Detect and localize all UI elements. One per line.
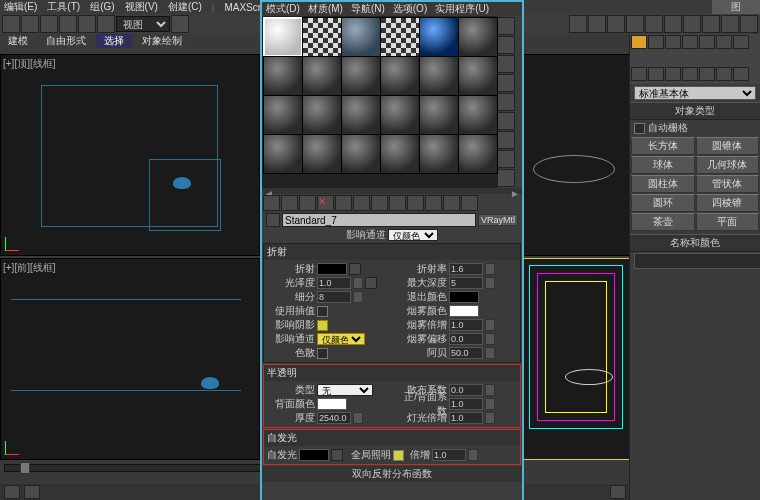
create-tab-icon[interactable] xyxy=(631,35,647,49)
viewport-top[interactable]: [+][顶][线框] xyxy=(0,54,260,256)
backlight-icon[interactable] xyxy=(497,36,515,54)
teapot-front[interactable] xyxy=(201,377,219,389)
material-slot[interactable] xyxy=(302,95,342,135)
scatter-spinner[interactable]: 0.0 xyxy=(449,384,483,396)
material-type-button[interactable]: VRayMtl xyxy=(478,214,518,226)
put-to-lib-icon[interactable] xyxy=(371,195,388,211)
get-material-icon[interactable] xyxy=(263,195,280,211)
material-slot[interactable] xyxy=(419,134,459,174)
rollout-refraction-header[interactable]: 折射 xyxy=(264,244,520,260)
me-menu-mode[interactable]: 模式(D) xyxy=(266,2,300,16)
fb-spinner[interactable]: 1.0 xyxy=(449,398,483,410)
prim-geosphere[interactable]: 几何球体 xyxy=(696,156,760,174)
spinner-buttons[interactable] xyxy=(353,412,363,424)
affect-channel-dropdown[interactable]: 仅颜色 xyxy=(317,333,365,345)
material-slot[interactable] xyxy=(341,95,381,135)
material-name-input[interactable] xyxy=(282,213,476,227)
utilities-tab-icon[interactable] xyxy=(716,35,732,49)
put-to-scene-icon[interactable] xyxy=(281,195,298,211)
spinner-buttons[interactable] xyxy=(353,277,363,289)
spinner-buttons[interactable] xyxy=(485,398,495,410)
scale-icon[interactable] xyxy=(97,15,115,33)
thickness-spinner[interactable]: 2540.0 xyxy=(317,412,351,424)
material-slot[interactable] xyxy=(302,56,342,96)
glossiness-map-button[interactable] xyxy=(365,277,377,289)
me-menu-material[interactable]: 材质(M) xyxy=(308,2,343,16)
mirror-icon[interactable] xyxy=(626,15,644,33)
background-icon[interactable] xyxy=(497,55,515,73)
systems-icon[interactable] xyxy=(733,67,749,81)
prim-tube[interactable]: 管状体 xyxy=(696,175,760,193)
uv-tile-icon[interactable] xyxy=(497,74,515,92)
tab-objectpaint[interactable]: 对象绘制 xyxy=(134,34,190,48)
assign-icon[interactable] xyxy=(299,195,316,211)
object-name-input[interactable] xyxy=(634,253,760,269)
lights-icon[interactable] xyxy=(665,67,681,81)
selfillum-mult-spinner[interactable]: 1.0 xyxy=(432,449,466,461)
spinner-buttons[interactable] xyxy=(485,384,495,396)
gi-checkbox[interactable] xyxy=(393,450,404,461)
material-slot[interactable] xyxy=(341,56,381,96)
prim-sphere[interactable]: 球体 xyxy=(631,156,695,174)
tab-selection[interactable]: 选择 xyxy=(96,34,132,48)
menu-tools[interactable]: 工具(T) xyxy=(47,0,80,14)
spinner-buttons[interactable] xyxy=(485,347,495,359)
helpers-icon[interactable] xyxy=(699,67,715,81)
refraction-swatch[interactable] xyxy=(317,263,347,275)
preview-icon[interactable] xyxy=(497,112,515,130)
sample-type-icon[interactable] xyxy=(497,17,515,35)
mat-id-icon[interactable] xyxy=(389,195,406,211)
show-map-icon[interactable] xyxy=(407,195,424,211)
prim-box[interactable]: 长方体 xyxy=(631,137,695,155)
category-dropdown[interactable]: 标准基本体 xyxy=(634,86,756,100)
menu-create[interactable]: 创建(C) xyxy=(168,0,202,14)
geometry-icon[interactable] xyxy=(631,67,647,81)
material-slot[interactable] xyxy=(302,134,342,174)
angle-snap-icon[interactable] xyxy=(588,15,606,33)
tab-freeform[interactable]: 自由形式 xyxy=(38,34,94,48)
me-menu-options[interactable]: 选项(O) xyxy=(393,2,427,16)
unlink-icon[interactable] xyxy=(40,15,58,33)
autogrid-checkbox[interactable] xyxy=(634,123,645,134)
curve-editor-icon[interactable] xyxy=(683,15,701,33)
material-slot[interactable] xyxy=(419,56,459,96)
menu-group[interactable]: 组(G) xyxy=(90,0,114,14)
dispersion-checkbox[interactable] xyxy=(317,348,328,359)
docked-tab[interactable]: 图 xyxy=(712,0,760,14)
material-slot[interactable] xyxy=(458,95,498,135)
motion-tab-icon[interactable] xyxy=(682,35,698,49)
rollout-translucency-header[interactable]: 半透明 xyxy=(264,365,520,381)
material-slot[interactable] xyxy=(419,95,459,135)
spacewarps-icon[interactable] xyxy=(716,67,732,81)
material-slot[interactable] xyxy=(263,17,303,57)
abbe-spinner[interactable]: 50.0 xyxy=(449,347,483,359)
viewport-front[interactable]: [+][前][线框] xyxy=(0,258,260,460)
shapes-icon[interactable] xyxy=(648,67,664,81)
light-mult-spinner[interactable]: 1.0 xyxy=(449,412,483,424)
material-slot[interactable] xyxy=(380,17,420,57)
subdiv-spinner[interactable]: 8 xyxy=(317,291,351,303)
spinner-buttons[interactable] xyxy=(353,291,363,303)
material-slot[interactable] xyxy=(263,95,303,135)
rotate-icon[interactable] xyxy=(78,15,96,33)
material-slot[interactable] xyxy=(458,56,498,96)
influence-channel-dropdown[interactable]: 仅颜色 xyxy=(388,229,438,241)
ior-spinner[interactable]: 1.6 xyxy=(449,263,483,275)
me-menu-util[interactable]: 实用程序(U) xyxy=(435,2,489,16)
video-check-icon[interactable] xyxy=(497,93,515,111)
render-icon[interactable] xyxy=(740,15,758,33)
material-slot[interactable] xyxy=(458,134,498,174)
snap-icon[interactable] xyxy=(569,15,587,33)
fog-bias-spinner[interactable]: 0.0 xyxy=(449,333,483,345)
material-slot[interactable] xyxy=(263,134,303,174)
affect-shadows-checkbox[interactable] xyxy=(317,320,328,331)
me-menu-nav[interactable]: 导航(N) xyxy=(351,2,385,16)
show-end-icon[interactable] xyxy=(425,195,442,211)
fog-color-swatch[interactable] xyxy=(449,305,479,317)
material-slot[interactable] xyxy=(380,56,420,96)
pick-icon[interactable] xyxy=(266,213,280,227)
cameras-icon[interactable] xyxy=(682,67,698,81)
rollout-selfillum-header[interactable]: 自发光 xyxy=(264,430,520,446)
refraction-map-button[interactable] xyxy=(349,263,361,275)
spinner-buttons[interactable] xyxy=(485,277,495,289)
